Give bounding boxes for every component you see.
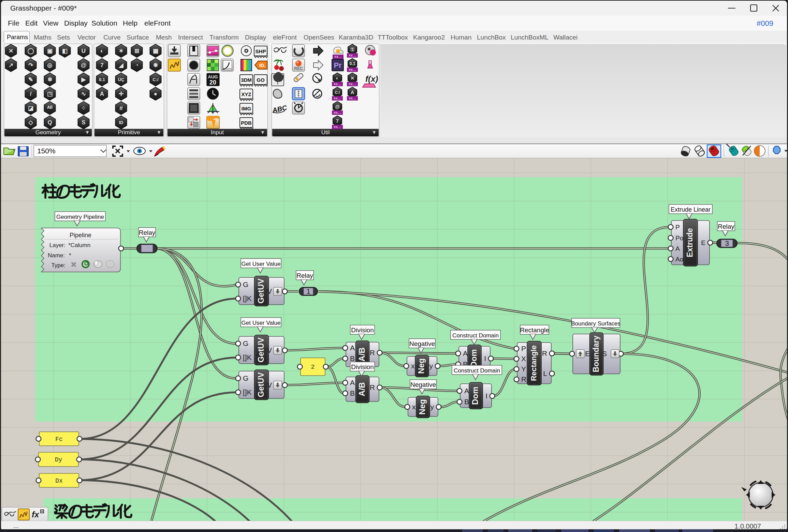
- svg-text:Get User Value: Get User Value: [242, 320, 281, 326]
- svg-text:fx: fx: [32, 510, 40, 519]
- svg-text:*: *: [69, 252, 71, 259]
- svg-text:Negative: Negative: [410, 381, 436, 388]
- svg-text:*Calumn: *Calumn: [68, 242, 90, 248]
- svg-text:S: S: [602, 350, 607, 358]
- svg-text:Pipeline: Pipeline: [70, 232, 91, 239]
- svg-text:Rectangle: Rectangle: [520, 326, 549, 334]
- svg-text:Dx: Dx: [55, 477, 63, 484]
- svg-text:Dy: Dy: [55, 456, 62, 463]
- svg-text:[]K: []K: [243, 388, 252, 396]
- svg-text:R: R: [370, 349, 375, 356]
- svg-text:Y: Y: [521, 365, 526, 373]
- svg-text:A: A: [350, 379, 355, 386]
- svg-text:A: A: [464, 387, 469, 395]
- svg-text:Rectangle: Rectangle: [529, 345, 538, 381]
- svg-text:Construct Domain: Construct Domain: [452, 332, 499, 339]
- svg-text:Division: Division: [351, 363, 374, 370]
- svg-text:B: B: [350, 354, 355, 362]
- svg-text:Ao: Ao: [675, 256, 683, 263]
- svg-text:E: E: [585, 350, 590, 358]
- svg-text:Boundary Surfaces: Boundary Surfaces: [571, 320, 621, 327]
- svg-text:Extrude Linear: Extrude Linear: [671, 206, 711, 213]
- svg-text:R: R: [542, 349, 547, 357]
- svg-text:Geometry Pipeline: Geometry Pipeline: [56, 214, 104, 220]
- svg-text:V: V: [267, 381, 272, 389]
- svg-text:Division: Division: [351, 326, 374, 334]
- svg-text:Neg: Neg: [418, 399, 427, 414]
- svg-text:Construct Domain: Construct Domain: [454, 367, 500, 374]
- svg-text:Fc: Fc: [55, 436, 63, 443]
- svg-text:Relay: Relay: [718, 223, 734, 230]
- svg-text:G: G: [243, 280, 248, 288]
- svg-text:Po: Po: [675, 234, 683, 242]
- svg-text:G: G: [243, 374, 248, 382]
- svg-text:Dom: Dom: [469, 349, 478, 367]
- svg-text:A: A: [675, 245, 680, 252]
- svg-text:x: x: [412, 403, 416, 411]
- svg-text:1: 1: [306, 287, 310, 295]
- svg-text:Extrude: Extrude: [685, 228, 694, 257]
- svg-text:3: 3: [725, 239, 729, 247]
- svg-text:Get User Value: Get User Value: [242, 261, 281, 267]
- svg-text:A/B: A/B: [357, 347, 366, 361]
- svg-text:[]K: []K: [243, 353, 252, 361]
- svg-text:B: B: [350, 389, 355, 397]
- svg-text:V: V: [267, 287, 272, 295]
- svg-text:V: V: [267, 346, 272, 354]
- svg-text:Negative: Negative: [409, 340, 435, 347]
- svg-text:2: 2: [311, 364, 315, 370]
- svg-text:Dom: Dom: [470, 386, 480, 405]
- svg-text:Name:: Name:: [48, 252, 65, 259]
- svg-text:Relay: Relay: [296, 272, 313, 279]
- svg-text:I: I: [484, 354, 486, 362]
- svg-text:Layer:: Layer:: [49, 242, 65, 248]
- svg-text:A: A: [463, 349, 468, 357]
- svg-text:I: I: [485, 392, 487, 400]
- svg-text:y: y: [431, 403, 434, 411]
- svg-text:GetUV: GetUV: [256, 372, 265, 397]
- svg-text:A: A: [350, 344, 355, 352]
- svg-text:R: R: [370, 383, 375, 391]
- svg-text:L: L: [543, 369, 547, 377]
- svg-text:GetUV: GetUV: [256, 337, 265, 362]
- svg-text:P: P: [675, 224, 680, 231]
- svg-text:Type:: Type:: [51, 262, 65, 269]
- svg-text:Boundary: Boundary: [592, 336, 600, 373]
- svg-text:x: x: [411, 362, 415, 370]
- svg-text:A/B: A/B: [357, 382, 366, 396]
- svg-text:B: B: [464, 398, 469, 406]
- svg-text:GetUV: GetUV: [256, 278, 265, 303]
- svg-text:Relay: Relay: [139, 229, 156, 236]
- svg-text:E: E: [701, 239, 705, 246]
- svg-text:[]K: []K: [243, 294, 252, 302]
- svg-text:X: X: [521, 355, 526, 363]
- svg-text:150%: 150%: [37, 147, 56, 155]
- svg-text:G: G: [243, 339, 248, 347]
- svg-text:P: P: [521, 345, 526, 352]
- svg-text:y: y: [429, 362, 433, 370]
- svg-text:R: R: [521, 375, 526, 383]
- svg-text:Neg: Neg: [417, 358, 426, 374]
